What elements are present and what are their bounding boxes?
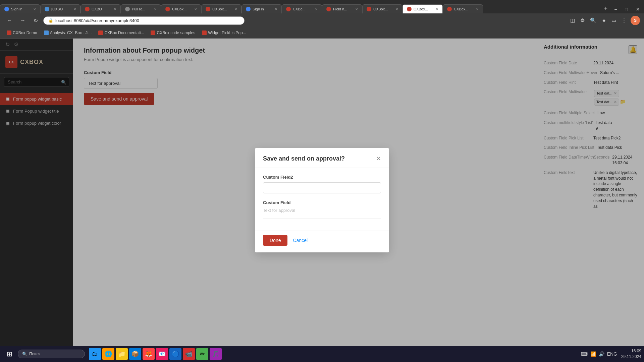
new-tab-button[interactable]: + — [601, 4, 610, 13]
sidebar-toggle[interactable]: ▭ — [610, 16, 618, 25]
taskbar-app-0[interactable]: 🗂 — [89, 348, 101, 360]
cancel-button[interactable]: Cancel — [293, 238, 308, 243]
modal-overlay: Save and send on approval? ✕ Custom Fiel… — [0, 39, 644, 362]
taskbar-date-display: 29.11.2024 — [621, 354, 641, 360]
menu-button[interactable]: ⋮ — [620, 16, 628, 25]
nav-icons: ◫ ☸ 🔍 ★ ▭ ⋮ S — [569, 16, 640, 25]
modal-header: Save and send on approval? ✕ — [255, 148, 389, 168]
browser-tab-10[interactable]: CXBox...✕ — [402, 4, 443, 13]
volume-icon: 🔊 — [599, 351, 604, 357]
modal-field2-label: Custom Field2 — [263, 175, 381, 180]
taskbar-app-2[interactable]: 📁 — [116, 348, 128, 360]
taskbar-app-3[interactable]: 📦 — [129, 348, 141, 360]
extensions-button[interactable]: ◫ — [569, 16, 576, 25]
window-controls: − □ ✕ — [610, 5, 644, 13]
modal-close-button[interactable]: ✕ — [376, 155, 381, 162]
sys-icons: ⌨ 📶 🔊 ENG — [581, 351, 617, 357]
modal-dialog: Save and send on approval? ✕ Custom Fiel… — [255, 148, 389, 252]
taskbar-clock: 16:09 29.11.2024 — [621, 348, 641, 360]
search-icon: 🔍 — [22, 352, 27, 356]
address-bar[interactable]: 🔒 localhost:8080/ui/#/screen/myexample34… — [43, 16, 245, 25]
browser-tab-4[interactable]: CXBox...✕ — [161, 4, 201, 13]
modal-field2-input[interactable] — [263, 182, 381, 193]
translate-button[interactable]: ☸ — [579, 16, 586, 25]
taskbar-app-1[interactable]: 🌐 — [102, 348, 114, 360]
start-button[interactable]: ⊞ — [3, 348, 16, 360]
forward-button[interactable]: → — [17, 16, 28, 25]
taskbar-app-7[interactable]: 📹 — [183, 348, 195, 360]
bookmark-0[interactable]: CXBox Demo — [4, 29, 40, 36]
browser-tab-5[interactable]: CXBox...✕ — [201, 4, 241, 13]
browser-tab-8[interactable]: Field n...✕ — [322, 4, 362, 13]
zoom-button[interactable]: 🔍 — [589, 16, 598, 25]
browser-tab-1[interactable]: [CXBO✕ — [40, 4, 80, 13]
browser-tab-3[interactable]: Pull re...✕ — [121, 4, 161, 13]
network-icon: 📶 — [590, 351, 596, 357]
keyboard-icon: ⌨ — [581, 351, 588, 357]
modal-footer: Done Cancel — [255, 231, 389, 252]
taskbar-app-6[interactable]: 🔵 — [169, 348, 181, 360]
minimize-button[interactable]: − — [610, 5, 621, 13]
bookmark-button[interactable]: ★ — [600, 16, 607, 25]
browser-nav: ← → ↻ 🔒 localhost:8080/ui/#/screen/myexa… — [0, 13, 644, 27]
browser-tab-6[interactable]: Sign in✕ — [241, 4, 282, 13]
modal-field-value: Text for approval — [263, 208, 381, 213]
browser-tab-9[interactable]: CXBox...✕ — [362, 4, 402, 13]
modal-divider — [263, 218, 381, 219]
taskbar-app-8[interactable]: ✏ — [196, 348, 208, 360]
taskbar-time-display: 16:09 — [621, 348, 641, 354]
browser-tab-7[interactable]: CXBo...✕ — [282, 4, 322, 13]
bookmarks-bar: CXBox DemoAnalysis. CX_Box - Ji...CXBox … — [0, 27, 644, 39]
browser-tab-2[interactable]: CXBO✕ — [80, 4, 121, 13]
taskbar-app-9[interactable]: 🎵 — [210, 348, 222, 360]
lang-indicator: ENG — [607, 351, 617, 357]
taskbar-app-4[interactable]: 🦊 — [143, 348, 155, 360]
taskbar-app-5[interactable]: 📧 — [156, 348, 168, 360]
taskbar-right: ⌨ 📶 🔊 ENG 16:09 29.11.2024 — [581, 348, 641, 360]
bookmark-3[interactable]: CXBox code samples — [148, 29, 198, 36]
taskbar-search-text: Поиск — [29, 352, 40, 356]
close-button[interactable]: ✕ — [632, 5, 644, 13]
user-avatar[interactable]: S — [631, 16, 640, 25]
modal-title: Save and send on approval? — [263, 155, 345, 162]
back-button[interactable]: ← — [4, 16, 15, 25]
modal-body: Custom Field2 Custom Field Text for appr… — [255, 168, 389, 231]
browser-tab-0[interactable]: Sign in✕ — [0, 4, 40, 13]
browser-tab-11[interactable]: CXBox...✕ — [443, 4, 483, 13]
browser-chrome: Sign in✕[CXBO✕CXBO✕Pull re...✕CXBox...✕C… — [0, 0, 644, 39]
done-button[interactable]: Done — [263, 235, 287, 246]
browser-tabs: Sign in✕[CXBO✕CXBO✕Pull re...✕CXBox...✕C… — [0, 0, 644, 13]
bookmark-2[interactable]: CXBox Documentati... — [96, 29, 147, 36]
maximize-button[interactable]: □ — [621, 5, 632, 13]
bookmark-4[interactable]: Widget PickListPop... — [199, 29, 249, 36]
address-text: localhost:8080/ui/#/screen/myexample3400 — [55, 18, 239, 23]
taskbar-search[interactable]: 🔍 Поиск — [18, 350, 85, 358]
taskbar-apps: 🗂🌐📁📦🦊📧🔵📹✏🎵 — [89, 348, 222, 360]
modal-field-label: Custom Field — [263, 200, 381, 205]
reload-button[interactable]: ↻ — [31, 16, 41, 25]
bookmark-1[interactable]: Analysis. CX_Box - Ji... — [41, 29, 95, 36]
taskbar: ⊞ 🔍 Поиск 🗂🌐📁📦🦊📧🔵📹✏🎵 ⌨ 📶 🔊 ENG 16:09 29.… — [0, 346, 644, 362]
